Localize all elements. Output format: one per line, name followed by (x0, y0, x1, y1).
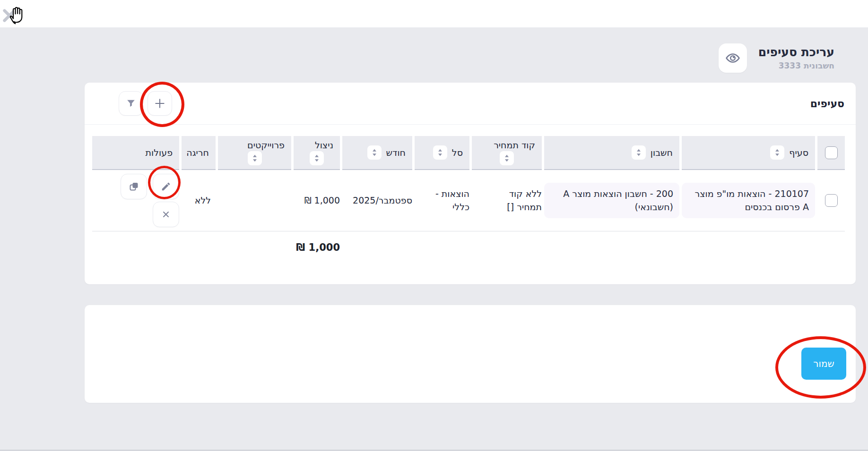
filter-icon (126, 98, 136, 109)
row-cell-projects (218, 170, 291, 231)
add-section-button[interactable] (148, 91, 172, 116)
column-label: ניצול (315, 140, 333, 150)
sections-card: סעיפים סעיף (85, 83, 856, 284)
sort-basket-button[interactable] (433, 145, 447, 160)
column-label: חודש (386, 147, 406, 158)
sort-icon (634, 147, 644, 158)
footer-card: שמור (85, 305, 856, 403)
row-cell-usage: 1,000 ₪ (294, 170, 340, 231)
row-cell-account: 200 - חשבון הוצאות מוצר A (חשבונאי) (544, 170, 679, 231)
copy-icon (128, 181, 139, 192)
sort-account-button[interactable] (632, 145, 646, 160)
table-header-row: סעיף חשבון קוד תמחיר (92, 136, 845, 170)
page-title: עריכת סעיפים (758, 46, 834, 60)
edit-row-button[interactable] (153, 174, 179, 199)
plus-icon (154, 97, 166, 110)
pencil-icon (161, 181, 171, 192)
page-header: עריכת סעיפים חשבונית 3333 (0, 43, 868, 73)
sort-cost-code-button[interactable] (500, 151, 514, 165)
header-cell-actions: פעולות (92, 136, 179, 170)
eye-icon (725, 50, 741, 66)
sort-month-button[interactable] (367, 145, 382, 160)
header-cell-projects: פרוייקטים (218, 136, 291, 170)
header-cell-select (817, 136, 845, 170)
sections-table: סעיף חשבון קוד תמחיר (85, 125, 856, 284)
usage-total: 1,000 ₪ (292, 242, 340, 253)
row-cell-deviation: ללא (182, 170, 216, 231)
sections-title: סעיפים (810, 98, 844, 110)
column-label: פרוייקטים (247, 140, 285, 150)
account-badge: 200 - חשבון הוצאות מוצר A (חשבונאי) (544, 183, 679, 218)
sort-icon (435, 147, 445, 158)
title-block: עריכת סעיפים חשבונית 3333 (758, 46, 834, 70)
header-cell-cost-code: קוד תמחיר (472, 136, 542, 170)
sort-usage-button[interactable] (310, 151, 324, 165)
table-total-row: 1,000 ₪ (92, 242, 845, 284)
column-label: סעיף (789, 147, 808, 158)
sort-icon (772, 147, 782, 158)
header-cell-month: חודש (342, 136, 412, 170)
table-row: 210107 - הוצאות מו"פ מוצר A פרסום בכנסים… (92, 170, 845, 231)
duplicate-row-button[interactable] (121, 174, 147, 199)
row-cell-cost-code: ללא קוד תמחיר [] (472, 170, 542, 231)
column-label: פעולות (146, 147, 173, 158)
sort-projects-button[interactable] (248, 151, 262, 165)
row-cell-basket: הוצאות - כללי (415, 170, 469, 231)
row-cell-month: ספטמבר/2025 (342, 170, 412, 231)
sort-icon (250, 153, 260, 163)
sections-card-header: סעיפים (85, 83, 856, 125)
save-button[interactable]: שמור (801, 348, 846, 380)
select-all-checkbox[interactable] (825, 146, 838, 159)
hand-cursor-icon (9, 5, 27, 26)
edit-delete-stack (153, 174, 179, 227)
sort-clause-button[interactable] (770, 145, 784, 160)
sections-toolbar (119, 91, 172, 116)
column-label: חשבון (651, 147, 673, 158)
invoice-subtitle: חשבונית 3333 (758, 61, 834, 70)
sort-icon (312, 153, 322, 163)
filter-button[interactable] (119, 91, 143, 116)
header-cell-clause: סעיף (682, 136, 815, 170)
sort-icon (369, 147, 380, 158)
row-cell-clause: 210107 - הוצאות מו"פ מוצר A פרסום בכנסים (682, 170, 815, 231)
preview-button[interactable] (719, 43, 747, 73)
column-label: חריגה (186, 147, 209, 158)
row-cell-select (817, 170, 845, 231)
column-label: קוד תמחיר (494, 140, 535, 150)
row-cell-actions (92, 170, 179, 231)
header-cell-deviation: חריגה (182, 136, 216, 170)
row-checkbox[interactable] (825, 194, 838, 207)
clause-badge: 210107 - הוצאות מו"פ מוצר A פרסום בכנסים (682, 183, 815, 218)
x-icon (161, 210, 171, 219)
header-cell-basket: סל (415, 136, 469, 170)
header-cell-account: חשבון (544, 136, 679, 170)
delete-row-button[interactable] (153, 202, 179, 227)
top-bar (0, 0, 868, 27)
column-label: סל (452, 147, 463, 158)
edit-sections-page: { "window": { "close_label": "close" }, … (0, 0, 868, 451)
sort-icon (502, 153, 512, 163)
header-cell-usage: ניצול (294, 136, 340, 170)
